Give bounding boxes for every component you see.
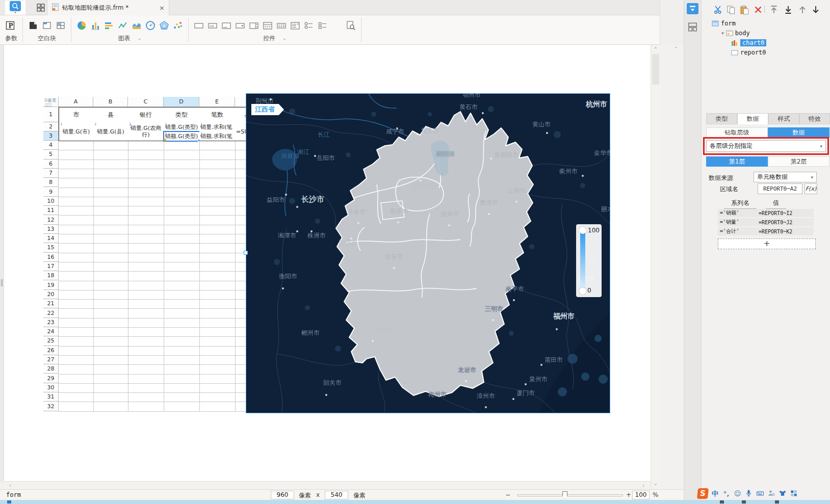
row-header-19[interactable]: 19 bbox=[43, 281, 59, 290]
tab-data[interactable]: 数据 bbox=[737, 113, 768, 124]
horizontal-scrollbar[interactable]: ‹ › bbox=[4, 481, 651, 489]
cell-E1[interactable]: 笔数 bbox=[199, 107, 236, 123]
zoom-slider-thumb[interactable] bbox=[562, 491, 567, 499]
column-header-D[interactable]: D bbox=[164, 97, 199, 107]
tree-node-chart0[interactable]: chart0 bbox=[731, 39, 766, 47]
scroll-down-icon[interactable]: ⌄ bbox=[652, 480, 660, 487]
map-chart[interactable]: 荆州市鄂州市杭州市黄石市黄山市咸宁市长江九江市湘江洞庭湖岳阳市鄱阳湖景德镇市金华… bbox=[246, 94, 610, 413]
document-tab[interactable]: 钻取地图轮播提示.frm * × bbox=[47, 0, 169, 15]
layer-tab-2[interactable]: 第2层 bbox=[768, 156, 829, 167]
formula-button[interactable]: F(x) bbox=[805, 183, 817, 194]
tree-node-label[interactable]: body bbox=[735, 30, 750, 37]
row-header-32[interactable]: 32 bbox=[43, 402, 59, 411]
area-chart-icon[interactable] bbox=[132, 20, 142, 31]
number-field-icon[interactable]: 123 bbox=[276, 20, 287, 31]
row-header-16[interactable]: 16 bbox=[43, 253, 59, 262]
series-row[interactable]: ='合计' =REPORT0~K2 bbox=[718, 227, 814, 235]
row-header-26[interactable]: 26 bbox=[43, 346, 59, 355]
row-header-22[interactable]: 22 bbox=[43, 308, 59, 317]
input-method-bar[interactable]: S 中 °‚ ☺ bbox=[697, 487, 799, 500]
column-header-A[interactable]: A bbox=[59, 97, 93, 107]
tab-type[interactable]: 类型 bbox=[706, 113, 737, 124]
grid-corner-cell[interactable]: 0像素 bbox=[43, 97, 59, 107]
zoom-out-button[interactable]: − bbox=[505, 491, 510, 498]
cell-B1[interactable]: 县 bbox=[93, 107, 128, 123]
checkbox-group-icon[interactable] bbox=[318, 20, 328, 31]
vertical-scrollbar[interactable]: ⌃ ⌄ bbox=[651, 45, 660, 488]
query-control-icon[interactable] bbox=[346, 20, 356, 31]
vertical-scroll-thumb[interactable] bbox=[652, 54, 659, 85]
chevron-down-icon[interactable]: ⌄ bbox=[282, 36, 287, 41]
tree-node-report0[interactable]: report0 bbox=[731, 48, 766, 57]
cell-F23[interactable]: =SU bbox=[235, 122, 246, 141]
row-header-15[interactable]: 15 bbox=[43, 243, 59, 252]
scroll-right-icon[interactable]: › bbox=[639, 482, 647, 489]
punctuation-icon[interactable]: °‚ bbox=[722, 489, 731, 498]
close-icon[interactable]: × bbox=[159, 4, 165, 12]
label-control-icon[interactable]: lab bbox=[208, 20, 218, 31]
row-header-5[interactable]: 5 bbox=[43, 150, 59, 159]
emoji-icon[interactable]: ☺ bbox=[733, 489, 742, 498]
row-header-3[interactable]: 3 bbox=[43, 131, 59, 141]
pie-chart-icon[interactable] bbox=[76, 20, 87, 31]
row-header-31[interactable]: 31 bbox=[43, 392, 59, 402]
row-header-1[interactable]: 1 bbox=[43, 107, 59, 122]
area-name-input[interactable]: REPORT0~A2 bbox=[758, 183, 802, 194]
tab-effects[interactable]: 特效 bbox=[799, 113, 830, 124]
tab-block-icon[interactable] bbox=[42, 20, 52, 31]
row-header-24[interactable]: 24 bbox=[43, 327, 59, 336]
row-header-11[interactable]: 11 bbox=[43, 206, 59, 215]
move-down-icon[interactable] bbox=[811, 5, 819, 13]
absolute-block-icon[interactable] bbox=[56, 20, 66, 31]
row-header-23[interactable]: 23 bbox=[43, 318, 59, 327]
cell-F1[interactable]: 县销 bbox=[235, 107, 246, 123]
radio-group-icon[interactable] bbox=[304, 20, 314, 31]
row-header-4[interactable]: 4 bbox=[43, 141, 59, 150]
legend-min-handle[interactable] bbox=[579, 287, 586, 295]
row-header-8[interactable]: 8 bbox=[43, 178, 59, 187]
taskbar-tray-icon[interactable] bbox=[775, 500, 779, 503]
row-header-25[interactable]: 25 bbox=[43, 336, 59, 346]
tree-node-body[interactable]: ▼body bbox=[721, 29, 750, 37]
gauge-chart-icon[interactable] bbox=[145, 20, 155, 31]
row-header-18[interactable]: 18 bbox=[43, 271, 59, 280]
cell-D3[interactable]: 销额.G(类型)↓ bbox=[164, 131, 200, 141]
spinner-icon[interactable] bbox=[249, 20, 259, 31]
column-header-C[interactable]: C bbox=[128, 97, 164, 107]
move-top-icon[interactable] bbox=[769, 5, 777, 13]
cell-E2[interactable]: 销量.求和(笔↓ bbox=[199, 122, 236, 132]
paste-icon[interactable] bbox=[739, 5, 748, 13]
cell-B23[interactable]: 销量.G(县)↓ bbox=[93, 122, 128, 141]
taskbar-app-icon[interactable] bbox=[7, 500, 11, 503]
cut-icon[interactable] bbox=[713, 5, 721, 13]
column-header-E[interactable]: E bbox=[199, 97, 235, 107]
row-header-14[interactable]: 14 bbox=[43, 234, 59, 243]
layer-tab-1[interactable]: 第1层 bbox=[706, 156, 768, 167]
combobox-icon[interactable] bbox=[235, 20, 245, 31]
row-header-30[interactable]: 30 bbox=[43, 383, 59, 392]
textbox-icon[interactable] bbox=[194, 20, 204, 31]
tree-node-label[interactable]: report0 bbox=[740, 49, 766, 56]
sogou-logo-icon[interactable]: S bbox=[697, 488, 709, 499]
canvas-width-input[interactable]: 960 bbox=[271, 491, 294, 499]
report-block-grid[interactable]: 0像素ABCDEF1234567891011121314151617181920… bbox=[43, 97, 246, 412]
tree-node-label[interactable]: chart0 bbox=[740, 39, 766, 46]
row-header-9[interactable]: 9 bbox=[43, 188, 59, 197]
row-header-7[interactable]: 7 bbox=[43, 169, 59, 178]
line-chart-icon[interactable] bbox=[118, 20, 128, 31]
subtab-drill-level[interactable]: 钻取层级 bbox=[706, 127, 768, 138]
cell-E3[interactable]: 销额.求和(笔↓ bbox=[199, 131, 236, 141]
preview-button[interactable]: ▾ bbox=[5, 1, 25, 15]
parameter-icon[interactable]: P bbox=[5, 20, 15, 31]
scroll-left-icon[interactable]: ‹ bbox=[6, 482, 14, 489]
radar-chart-icon[interactable] bbox=[159, 20, 169, 31]
cn-mode-icon[interactable]: 中 bbox=[711, 489, 719, 498]
zoom-slider-track[interactable] bbox=[517, 494, 623, 496]
handwriting-icon[interactable] bbox=[767, 489, 775, 498]
layout-blocks-button[interactable] bbox=[687, 21, 698, 33]
bar-chart-icon[interactable] bbox=[104, 20, 114, 31]
tree-node-label[interactable]: form bbox=[721, 20, 736, 27]
microphone-icon[interactable] bbox=[744, 489, 753, 498]
chart-resize-handle[interactable] bbox=[244, 251, 248, 255]
cell-A23[interactable]: 销量.G(市)↓ bbox=[59, 122, 94, 141]
